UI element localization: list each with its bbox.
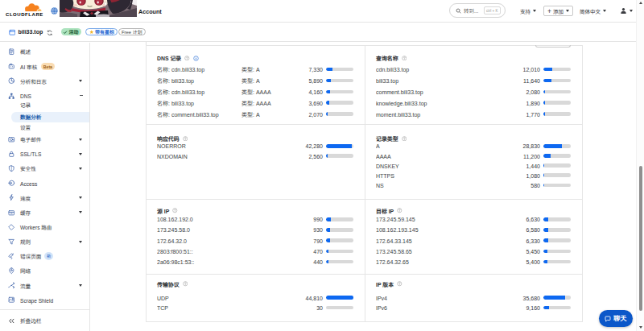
card-query-name: 查询名称cdn.bili33.top12,010bili33.top11,640…	[365, 46, 582, 125]
support-label: 支持	[520, 7, 530, 15]
language-menu[interactable]: 简体中文	[580, 0, 606, 22]
globe-icon[interactable]	[51, 7, 58, 14]
global-search[interactable]: 转到... ctrl + K	[449, 3, 506, 18]
row-type-value: AAAA	[256, 99, 271, 107]
row-label: 172.64.32.65	[376, 258, 526, 266]
card-title-label: 查询名称	[376, 54, 398, 62]
card-protocol: 传输协议UDP44,810TCP30	[147, 275, 365, 321]
bar-track	[326, 101, 353, 105]
row-type-prefix: 类型	[242, 77, 253, 85]
diamond-icon	[8, 224, 15, 231]
row-label: knowledge.bili33.top	[376, 99, 526, 107]
help-icon[interactable]	[183, 136, 188, 142]
scroll-up-arrow-icon[interactable]	[639, 2, 642, 4]
row-value: 9,160	[526, 304, 543, 312]
domain-name[interactable]: bili33.top	[19, 29, 43, 35]
row-name: 名称: comment.bili33.top	[157, 110, 242, 118]
row-label: NOERROR	[157, 142, 306, 150]
card-record-type: 记录类型A28,830AAAA11,200DNSKEY1,440HTTPS1,0…	[365, 125, 582, 199]
row-type-value: A	[256, 110, 260, 118]
sidebar-item-speed[interactable]: 速度	[0, 191, 89, 205]
bolt-icon	[8, 194, 15, 201]
row-label: TCP	[157, 304, 316, 312]
sidebar-item-traffic[interactable]: 流量	[0, 278, 89, 292]
bar-track	[543, 101, 571, 105]
row-label: NS	[376, 181, 530, 189]
row-type-prefix: 类型	[242, 99, 253, 107]
metric-row: comment.bili33.top2,080	[376, 86, 571, 97]
dns-icon	[8, 93, 15, 100]
metric-row: 108.162.192.0990	[157, 214, 353, 225]
sidebar-subitem-dns-analytics[interactable]: 数据分析	[11, 112, 89, 122]
bar-track	[543, 163, 571, 168]
sidebar-item-label: Workers 路由	[20, 223, 52, 231]
user-avatar[interactable]	[60, 0, 137, 17]
top-header: CLOUDFLARE	[0, 0, 644, 23]
sidebar-item-security[interactable]: 安全性	[0, 161, 89, 176]
metric-row: NOERROR42,280	[157, 141, 353, 151]
add-site-button[interactable]: + 添加	[543, 6, 573, 16]
help-icon[interactable]	[172, 208, 178, 213]
chevron-down-icon	[79, 80, 82, 82]
row-name-value: comment.bili33.top	[171, 110, 219, 118]
split-icon	[8, 282, 15, 289]
card-rows: 名称: cdn.bili33.top类型: A7,330名称: bili33.t…	[157, 64, 353, 119]
pin-icon	[8, 267, 15, 275]
sidebar-item-custom-pages[interactable]: 错误页面新	[0, 249, 89, 263]
row-value: 3,690	[308, 99, 326, 107]
sidebar-item-caching[interactable]: 缓存	[0, 205, 89, 220]
chat-button[interactable]: 聊天	[599, 310, 633, 327]
bar-fill	[326, 238, 330, 242]
sidebar-item-analytics-logs[interactable]: 分析和日志	[0, 74, 89, 89]
info-icon[interactable]	[193, 56, 199, 61]
sidebar-item-access[interactable]: Access	[0, 176, 89, 190]
user-menu[interactable]	[620, 0, 633, 22]
sidebar-item-label: AI 审核	[20, 63, 37, 71]
row-type-prefix: 类型	[242, 110, 253, 118]
help-icon[interactable]	[402, 56, 407, 61]
sidebar-item-email[interactable]: 电子邮件	[0, 132, 89, 147]
row-label: 108.162.193.145	[376, 225, 526, 234]
refresh-icon[interactable]	[47, 30, 53, 36]
bar-track	[326, 144, 353, 148]
help-icon[interactable]	[397, 281, 402, 287]
scroll-down-arrow-icon[interactable]	[639, 326, 642, 329]
sidebar-item-label: 流量	[20, 282, 31, 290]
sidebar-item-dns[interactable]: DNS	[0, 89, 89, 103]
sidebar-item-scrape-shield[interactable]: Scrape Shield	[0, 293, 89, 308]
metric-row: 2a06:98c1:53::440	[157, 256, 353, 267]
page-scrollbar[interactable]	[636, 0, 644, 331]
bar-track	[543, 228, 571, 232]
row-type: 类型: A	[242, 77, 308, 85]
starred-badge[interactable]: 带有星标	[85, 28, 118, 36]
sidebar-item-ai-audit[interactable]: AI 审核Beta	[0, 59, 89, 73]
plan-badge-label: Free 计划	[122, 28, 142, 35]
help-icon[interactable]	[184, 56, 190, 61]
row-value: 7,330	[308, 65, 326, 73]
sidebar-item-overview[interactable]: 概述	[0, 44, 89, 59]
bar-track	[326, 79, 353, 83]
cloudflare-wordmark[interactable]: CLOUDFLARE	[6, 12, 43, 17]
row-value: 6,580	[526, 225, 543, 234]
card-rows: 108.162.192.0990173.245.58.0930172.64.32…	[157, 214, 353, 267]
metric-row: bili33.top11,640	[376, 75, 571, 86]
row-value: 6,330	[526, 237, 543, 245]
account-label[interactable]: Account	[138, 8, 162, 15]
sidebar-item-ssl-tls[interactable]: SSL/TLS	[0, 147, 89, 161]
row-value: 5,450	[526, 247, 543, 255]
row-label: HTTPS	[376, 172, 526, 180]
row-value: 990	[313, 215, 326, 223]
sidebar-item-rules[interactable]: 规则	[0, 234, 89, 249]
sidebar-item-network[interactable]: 网络	[0, 263, 89, 278]
support-menu[interactable]: 支持	[520, 0, 536, 22]
sidebar-subitem-dns-settings[interactable]: 设置	[0, 122, 89, 133]
help-icon[interactable]	[183, 281, 188, 287]
plan-badge: Free 计划	[118, 28, 146, 36]
sidebar-item-workers-routes[interactable]: Workers 路由	[0, 220, 89, 234]
row-name-prefix: 名称	[157, 65, 168, 73]
scrollbar-thumb[interactable]	[639, 166, 642, 311]
help-icon[interactable]	[402, 136, 407, 142]
help-icon[interactable]	[397, 208, 402, 213]
collapse-sidebar-button[interactable]: 折叠边栏	[0, 310, 89, 331]
card-response-code: 响应代码NOERROR42,280NXDOMAIN2,560	[147, 125, 365, 199]
